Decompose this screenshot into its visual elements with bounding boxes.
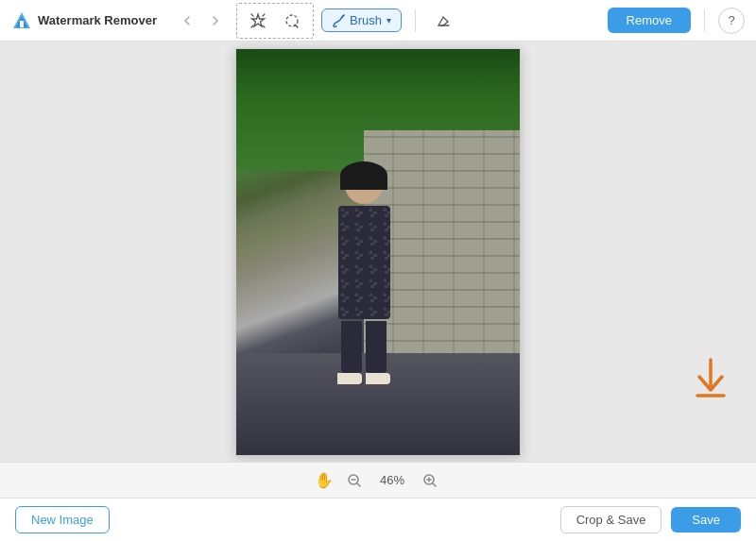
app-title: Watermark Remover [38,13,157,27]
forward-icon [210,15,221,26]
person-body [338,206,390,319]
toolbar: Watermark Remover [0,0,756,42]
person-feet [321,373,406,384]
person-foot-right [366,373,390,384]
status-bar: ✋ 46% [0,462,756,498]
lasso-tool-button[interactable] [277,6,307,36]
lasso-icon [284,12,301,29]
star-icon [249,12,266,29]
photo-canvas[interactable] [236,49,520,455]
selection-tools-area [236,3,314,39]
right-actions: Crop & Save Save [560,506,741,533]
person-leg-right [366,321,387,373]
help-icon: ? [728,13,734,27]
new-image-button[interactable]: New Image [15,506,110,533]
save-button[interactable]: Save [671,507,741,533]
zoom-out-button[interactable] [343,469,366,492]
eraser-tool-button[interactable] [429,6,459,36]
person-head [345,166,383,204]
back-icon [181,15,193,26]
svg-rect-2 [20,21,24,27]
zoom-controls: ✋ 46% [315,469,441,492]
brush-icon [332,14,345,27]
crop-save-button[interactable]: Crop & Save [560,506,662,533]
back-button[interactable] [174,8,200,34]
app-logo: Watermark Remover [11,10,157,31]
download-arrow-icon [694,358,728,399]
arrow-indicator [694,358,728,405]
help-button[interactable]: ? [718,8,745,34]
canvas-area[interactable] [0,42,756,462]
brush-label: Brush [350,13,382,27]
eraser-icon [436,12,453,29]
remove-button[interactable]: Remove [608,8,691,33]
person-legs [321,321,406,373]
brush-button[interactable]: Brush ▾ [321,8,402,32]
brush-chevron-icon: ▾ [387,15,391,25]
action-bar: New Image Crop & Save Save [0,498,756,541]
photo-person-layer [321,166,406,374]
zoom-in-icon [422,473,438,488]
toolbar-nav [174,8,229,34]
zoom-in-button[interactable] [419,469,441,492]
hand-tool-icon: ✋ [315,471,334,489]
logo-icon [11,10,32,31]
image-container [235,48,521,456]
person-hair [340,161,387,190]
forward-button[interactable] [202,8,229,34]
toolbar-divider-2 [704,9,705,32]
person-foot-left [337,373,362,384]
zoom-value: 46% [375,473,409,487]
toolbar-divider-1 [415,9,416,32]
star-tool-button[interactable] [243,6,273,36]
zoom-out-icon [347,473,362,488]
person-leg-left [341,321,362,373]
